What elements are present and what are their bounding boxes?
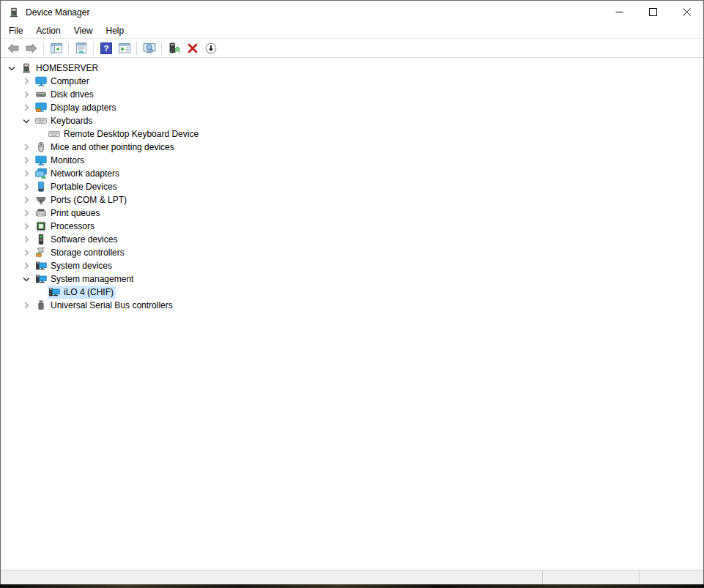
tree-item-monitors[interactable]: Monitors <box>1 154 703 167</box>
help-button[interactable] <box>97 40 115 57</box>
display-adapter-icon <box>35 102 47 113</box>
properties-button[interactable] <box>72 40 90 57</box>
close-button[interactable] <box>670 1 703 23</box>
tree-item-label: iLO 4 (CHIF) <box>64 287 114 297</box>
tree-item-content[interactable]: Monitors <box>34 154 86 167</box>
tree-item-label: Universal Serial Bus controllers <box>51 300 173 310</box>
update-driver-button[interactable] <box>165 40 183 57</box>
toolbar <box>1 39 703 58</box>
tree-item-computer[interactable]: Computer <box>1 75 703 88</box>
tree-item-content[interactable]: System devices <box>34 259 114 272</box>
tree-item-content[interactable]: Print queues <box>34 206 102 220</box>
tree-item-software-devices[interactable]: Software devices <box>1 233 703 246</box>
tree-item-label: HOMESERVER <box>36 63 98 73</box>
minimize-button[interactable] <box>602 1 636 23</box>
forward-button[interactable] <box>22 40 40 57</box>
tree-item-content[interactable]: Ports (COM & LPT) <box>34 193 129 206</box>
tree-item-keyboards[interactable]: Keyboards <box>1 114 703 127</box>
chevron-right-icon[interactable] <box>20 194 33 206</box>
minimize-icon <box>615 8 623 16</box>
chevron-right-icon[interactable] <box>20 102 33 113</box>
tree-item-content[interactable]: System management <box>34 272 136 286</box>
tree-item-label: Storage controllers <box>51 248 125 258</box>
tree-item-label: Software devices <box>51 234 117 245</box>
tree-item-content[interactable]: Portable Devices <box>34 180 119 193</box>
chevron-right-icon[interactable] <box>20 299 33 311</box>
uninstall-device-button[interactable] <box>183 40 201 57</box>
disable-device-button[interactable] <box>201 40 220 57</box>
tree-item-system-devices[interactable]: System devices <box>1 259 703 272</box>
scan-hardware-changes-button[interactable] <box>140 40 158 57</box>
tree-item-content[interactable]: iLO 4 (CHIF) <box>48 286 116 299</box>
maximize-button[interactable] <box>636 1 670 23</box>
tree-item-content[interactable]: Processors <box>34 220 97 233</box>
tree-item-label: System devices <box>51 261 112 271</box>
tree-item-content[interactable]: Storage controllers <box>34 246 127 259</box>
tree-item-network-adapters[interactable]: Network adapters <box>1 167 703 180</box>
disable-device-icon <box>204 42 218 55</box>
tree-item-content[interactable]: Computer <box>34 75 92 88</box>
tree-item-processors[interactable]: Processors <box>1 220 703 233</box>
tree-item-label: Disk drives <box>51 89 94 100</box>
tree-item-label: Remote Desktop Keyboard Device <box>64 129 199 139</box>
tree-item-storage-controllers[interactable]: Storage controllers <box>1 246 703 259</box>
window-controls <box>602 1 703 23</box>
menu-action[interactable]: Action <box>29 23 67 38</box>
tree-item-label: Ports (COM & LPT) <box>51 195 127 205</box>
monitor-icon <box>35 75 47 87</box>
tree-item-label: Keyboards <box>51 116 92 126</box>
toolbar-separator <box>43 42 44 55</box>
tree-item-universal-serial-bus-controllers[interactable]: Universal Serial Bus controllers <box>1 299 703 312</box>
tree-item-mice-and-other-pointing-devices[interactable]: Mice and other pointing devices <box>1 141 703 154</box>
menu-help[interactable]: Help <box>100 23 131 38</box>
chevron-right-icon[interactable] <box>20 247 33 258</box>
chevron-right-icon[interactable] <box>20 207 33 219</box>
forward-icon <box>25 42 38 55</box>
tree-item-content[interactable]: Network adapters <box>34 167 122 180</box>
chevron-right-icon[interactable] <box>20 234 33 245</box>
chevron-right-icon[interactable] <box>20 141 33 153</box>
help-icon <box>100 42 113 55</box>
tree-item-portable-devices[interactable]: Portable Devices <box>1 180 703 193</box>
tree-item-content[interactable]: Universal Serial Bus controllers <box>34 299 175 312</box>
tree-item-content[interactable]: HOMESERVER <box>20 62 100 75</box>
menu-file[interactable]: File <box>2 23 29 38</box>
tree-item-display-adapters[interactable]: Display adapters <box>1 101 703 114</box>
chevron-right-icon[interactable] <box>20 75 33 87</box>
device-manager-window: Device Manager File Action View Help HOM… <box>0 0 704 585</box>
tree-item-content[interactable]: Keyboards <box>34 114 95 127</box>
tree-item-content[interactable]: Display adapters <box>34 101 118 114</box>
show-console-tree-button[interactable] <box>47 40 65 57</box>
tree-item-ports-com-lpt[interactable]: Ports (COM & LPT) <box>1 193 703 206</box>
tree-item-remote-desktop-keyboard-device[interactable]: Remote Desktop Keyboard Device <box>1 127 703 141</box>
tree-item-disk-drives[interactable]: Disk drives <box>1 88 703 101</box>
tree-item-label: Mice and other pointing devices <box>51 142 174 152</box>
toolbar-separator <box>136 42 137 55</box>
chevron-right-icon[interactable] <box>20 260 33 272</box>
tree-item-label: Computer <box>51 76 89 86</box>
software-device-icon <box>35 234 47 245</box>
chevron-right-icon[interactable] <box>20 155 33 166</box>
menu-view[interactable]: View <box>67 23 100 38</box>
tree-item-homeserver[interactable]: HOMESERVER <box>1 62 703 75</box>
tree-item-print-queues[interactable]: Print queues <box>1 206 703 220</box>
tree-item-content[interactable]: Mice and other pointing devices <box>34 141 177 154</box>
toolbar-separator <box>93 42 94 55</box>
tree-item-system-management[interactable]: System management <box>1 272 703 286</box>
chevron-right-icon[interactable] <box>20 181 33 193</box>
chevron-right-icon[interactable] <box>20 220 33 232</box>
action-pane-button[interactable] <box>115 40 133 57</box>
tree-item-content[interactable]: Remote Desktop Keyboard Device <box>48 127 201 141</box>
chevron-right-icon[interactable] <box>20 89 33 100</box>
chevron-down-icon[interactable] <box>20 115 33 127</box>
device-tree: HOMESERVERComputerDisk drivesDisplay ada… <box>1 58 703 570</box>
chevron-right-icon[interactable] <box>20 168 33 179</box>
tree-item-content[interactable]: Software devices <box>34 233 119 246</box>
tree-item-content[interactable]: Disk drives <box>34 88 96 101</box>
chevron-down-icon[interactable] <box>20 273 33 285</box>
show-console-tree-icon <box>50 42 63 55</box>
menu-bar: File Action View Help <box>1 23 703 39</box>
tree-item-ilo-4-chif[interactable]: iLO 4 (CHIF) <box>1 286 703 299</box>
chevron-down-icon[interactable] <box>5 62 18 74</box>
back-button[interactable] <box>4 40 22 57</box>
